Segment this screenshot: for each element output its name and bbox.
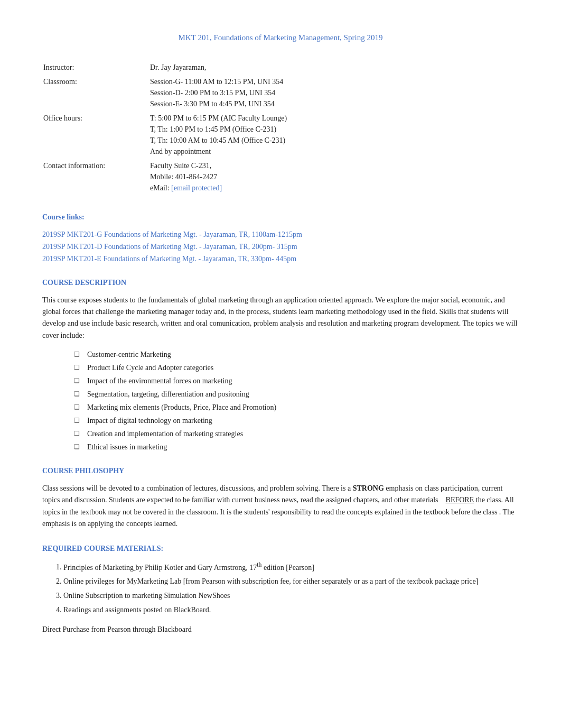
material-item: Online Subscription to marketing Simulat… <box>63 590 519 601</box>
material-item: Online privileges for MyMarketing Lab [f… <box>63 576 519 587</box>
page-title: MKT 201, Foundations of Marketing Manage… <box>42 32 519 44</box>
bullet-item: Segmentation, targeting, differentiation… <box>74 389 519 400</box>
office-label: Office hours: <box>43 112 149 158</box>
course-philosophy-heading: COURSE PHILOSOPHY <box>42 465 519 476</box>
course-philosophy-text: Class sessions will be devoted to a comb… <box>42 483 519 530</box>
bullet-item: Ethical issues in marketing <box>74 441 519 453</box>
material-item: Principles of Marketing by Philip Kotler… <box>63 560 519 573</box>
required-materials-heading: REQUIRED COURSE MATERIALS: <box>42 543 519 554</box>
bullet-item: Product Life Cycle and Adopter categorie… <box>74 362 519 373</box>
course-link-g[interactable]: 2019SP MKT201-G Foundations of Marketing… <box>42 229 519 240</box>
classroom-label: Classroom: <box>43 75 149 110</box>
course-description-bullets: Customer-centric Marketing Product Life … <box>74 349 519 453</box>
required-materials-section: REQUIRED COURSE MATERIALS: Principles of… <box>42 543 519 635</box>
course-links-section: Course links: 2019SP MKT201-G Foundation… <box>42 211 519 264</box>
course-description-section: COURSE DESCRIPTION This course exposes s… <box>42 277 519 453</box>
course-links-heading: Course links: <box>42 211 519 223</box>
email-link[interactable]: [email protected] <box>171 184 222 192</box>
info-table: Instructor: Dr. Jay Jayaraman, Classroom… <box>42 60 519 196</box>
bullet-item: Marketing mix elements (Products, Price,… <box>74 402 519 413</box>
bullet-item: Creation and implementation of marketing… <box>74 428 519 439</box>
instructor-value: Dr. Jay Jayaraman, <box>150 61 518 74</box>
contact-label: Contact information: <box>43 159 149 195</box>
contact-lines: Faculty Suite C-231, Mobile: 401-864-242… <box>150 159 518 195</box>
material-item: Readings and assignments posted on Black… <box>63 604 519 615</box>
required-materials-list: Principles of Marketing by Philip Kotler… <box>63 560 519 616</box>
bullet-item: Impact of digital technology on marketin… <box>74 415 519 426</box>
office-lines: T: 5:00 PM to 6:15 PM (AIC Faculty Loung… <box>150 112 518 158</box>
bullet-item: Customer-centric Marketing <box>74 349 519 360</box>
course-philosophy-section: COURSE PHILOSOPHY Class sessions will be… <box>42 465 519 530</box>
course-link-d[interactable]: 2019SP MKT201-D Foundations of Marketing… <box>42 241 519 252</box>
direct-purchase-text: Direct Purchase from Pearson through Bla… <box>42 624 519 635</box>
bullet-item: Impact of the environmental forces on ma… <box>74 375 519 386</box>
course-description-text: This course exposes students to the fund… <box>42 294 519 342</box>
course-description-heading: COURSE DESCRIPTION <box>42 277 519 288</box>
classroom-lines: Session-G- 11:00 AM to 12:15 PM, UNI 354… <box>150 75 518 110</box>
course-link-e[interactable]: 2019SP MKT201-E Foundations of Marketing… <box>42 253 519 264</box>
instructor-label: Instructor: <box>43 61 149 74</box>
